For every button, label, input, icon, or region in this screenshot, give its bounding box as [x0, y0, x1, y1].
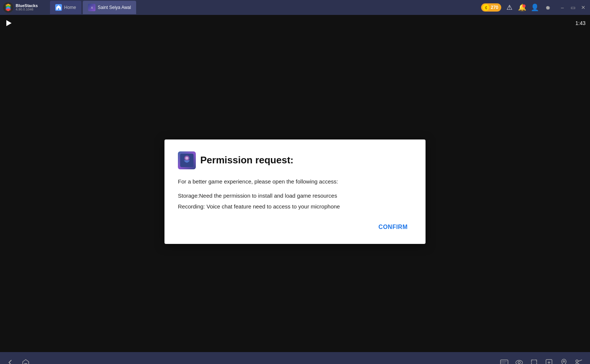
bluestacks-logo-icon	[3, 2, 13, 13]
dialog-header: Permission request:	[178, 151, 412, 169]
window-controls: – ▭ ✕	[559, 4, 587, 11]
location-icon[interactable]	[559, 357, 569, 364]
maximize-button[interactable]: ▭	[569, 4, 577, 11]
coins-badge[interactable]: ₵ 270	[481, 3, 501, 12]
dialog-overlay: Permission request: For a better game ex…	[0, 31, 590, 352]
dialog-title: Permission request:	[200, 154, 294, 166]
svg-point-21	[518, 361, 520, 364]
tab-saint-seiya[interactable]: ⚔ Saint Seiya Awal	[83, 1, 136, 14]
toolbar: 1:43	[0, 15, 590, 31]
svg-point-24	[576, 360, 578, 362]
play-icon	[6, 20, 12, 26]
saint-seiya-tab-label: Saint Seiya Awal	[98, 5, 131, 10]
resize-icon[interactable]	[529, 357, 539, 364]
user-icon-area[interactable]: 👤	[530, 3, 539, 12]
alert-icon-area[interactable]: ⚠	[505, 3, 514, 12]
dialog-intro: For a better game experience, please ope…	[178, 177, 412, 186]
confirm-button[interactable]: CONFIRM	[374, 221, 412, 233]
dialog-footer: CONFIRM	[178, 221, 412, 233]
play-button[interactable]	[4, 19, 13, 28]
settings-icon[interactable]	[543, 3, 552, 12]
titlebar-right: ₵ 270 ⚠ 🔔 👤 – ▭ ✕	[481, 3, 587, 12]
minimize-button[interactable]: –	[559, 4, 566, 11]
coins-value: 270	[491, 5, 498, 10]
titlebar: BlueStacks 4.90.0.1046 Home ⚔ Saint Seiy…	[0, 0, 590, 15]
toolbar-left	[4, 19, 13, 28]
svg-line-26	[578, 360, 582, 361]
svg-point-23	[563, 361, 565, 362]
user-icon: 👤	[530, 3, 539, 12]
notification-icon-area[interactable]: 🔔	[518, 3, 527, 12]
expand-icon[interactable]	[544, 357, 554, 364]
dialog-game-icon	[178, 151, 196, 169]
permission-recording: Recording: Voice chat feature need to ac…	[178, 201, 412, 212]
keyboard-icon[interactable]	[499, 357, 509, 364]
saint-seiya-tab-icon: ⚔	[88, 4, 95, 11]
toolbar-time: 1:43	[575, 20, 586, 26]
dialog-permissions: Storage:Need the permission to install a…	[178, 191, 412, 212]
dialog-body: For a better game experience, please ope…	[178, 177, 412, 212]
back-button[interactable]	[6, 358, 14, 364]
main-content: Permission request: For a better game ex…	[0, 31, 590, 352]
home-tab-icon	[55, 4, 62, 11]
svg-point-8	[185, 157, 188, 160]
tab-home[interactable]: Home	[50, 1, 81, 14]
bottombar	[0, 352, 590, 364]
svg-rect-9	[500, 360, 508, 364]
permission-dialog: Permission request: For a better game ex…	[164, 139, 426, 244]
close-button[interactable]: ✕	[580, 4, 587, 11]
scissors-icon[interactable]	[574, 357, 584, 364]
permission-storage: Storage:Need the permission to install a…	[178, 191, 412, 201]
bluestacks-version: 4.90.0.1046	[16, 8, 38, 12]
bluestacks-logo-area: BlueStacks 4.90.0.1046	[3, 2, 48, 13]
notif-dot	[522, 4, 525, 7]
tabs-area: Home ⚔ Saint Seiya Awal	[50, 1, 479, 14]
bell-icon: 🔔	[518, 3, 527, 12]
bluestacks-brand: BlueStacks 4.90.0.1046	[16, 3, 38, 12]
coin-icon: ₵	[483, 4, 489, 11]
home-tab-label: Home	[64, 5, 76, 10]
bottombar-left	[6, 358, 30, 364]
display-icon[interactable]	[514, 357, 524, 364]
home-button[interactable]	[22, 358, 30, 364]
alert-icon: ⚠	[505, 3, 514, 12]
bottombar-right	[499, 357, 584, 364]
